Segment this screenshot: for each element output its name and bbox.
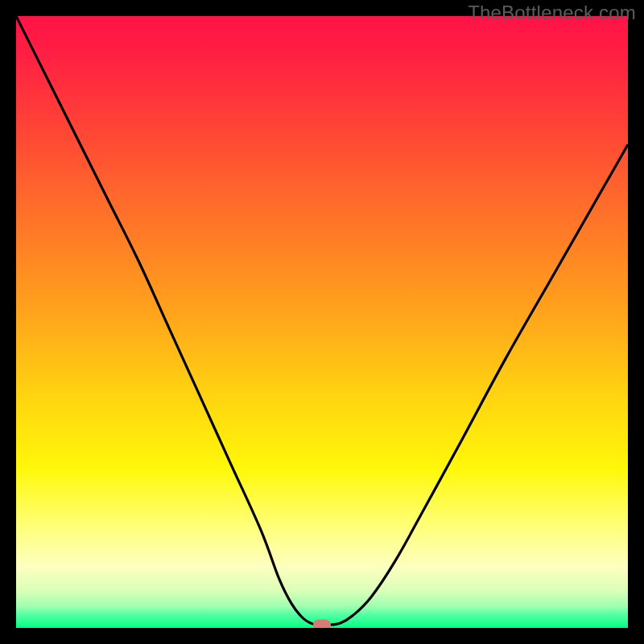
bottleneck-marker-icon	[313, 620, 331, 628]
bottleneck-curve	[16, 16, 628, 628]
watermark-label: TheBottleneck.com	[468, 2, 636, 24]
plot-area	[16, 16, 628, 628]
curve-line	[16, 16, 628, 625]
chart-frame: TheBottleneck.com	[0, 0, 644, 644]
